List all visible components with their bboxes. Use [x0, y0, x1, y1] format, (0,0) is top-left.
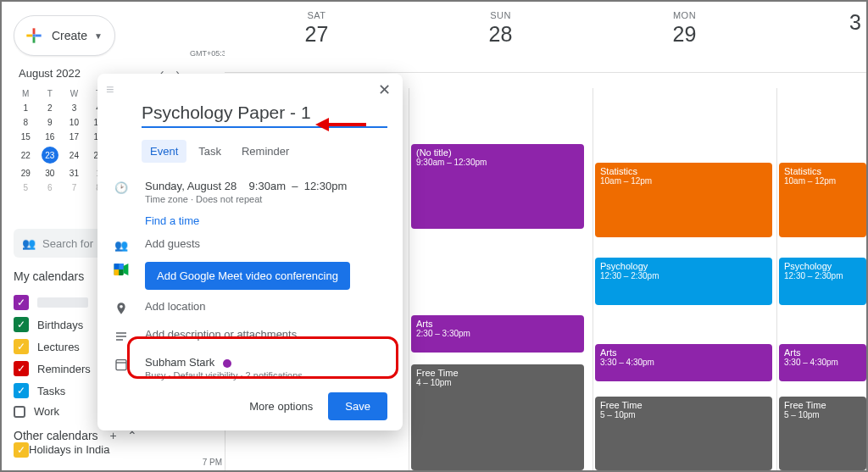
owner-color-dot	[223, 359, 231, 368]
add-meet-button[interactable]: Add Google Meet video conferencing	[145, 262, 350, 290]
timezone-label: GMT+05:30	[190, 49, 222, 58]
event-datetime-sub: Time zone · Does not repeat	[145, 194, 387, 204]
tab-task[interactable]: Task	[190, 140, 230, 163]
mini-cal-day[interactable]: 31	[62, 166, 86, 180]
add-description-field[interactable]: Add description or attachments	[145, 328, 387, 341]
event-arts-sun[interactable]: Arts2:30 – 3:30pm	[411, 315, 584, 353]
chevron-down-icon: ▼	[94, 31, 103, 41]
clock-icon: 🕑	[113, 181, 130, 194]
svg-rect-2	[114, 264, 120, 269]
day-header-mon: MON 29	[593, 2, 776, 73]
mini-cal-month: August 2022	[19, 67, 81, 80]
event-psychology-mon[interactable]: Psychology12:30 – 2:30pm	[595, 258, 772, 305]
event-free-mon[interactable]: Free Time5 – 10pm	[595, 397, 772, 470]
plus-icon	[23, 25, 45, 47]
mini-cal-day[interactable]: 6	[38, 180, 63, 195]
event-owner[interactable]: Subham Stark	[145, 356, 214, 369]
time-label-7pm: 7 PM	[193, 458, 222, 467]
svg-rect-5	[116, 360, 126, 370]
add-guests-field[interactable]: Add guests	[145, 237, 387, 250]
svg-rect-0	[33, 35, 36, 37]
mini-cal-day[interactable]: 9	[38, 115, 63, 130]
create-button[interactable]: Create ▼	[14, 15, 115, 56]
mini-cal-day[interactable]: 24	[62, 144, 86, 166]
event-free-next[interactable]: Free Time5 – 10pm	[779, 397, 866, 470]
calendar-toggle-row[interactable]: ✓Holidays in India	[14, 442, 183, 458]
mini-cal-day[interactable]: 2	[38, 101, 63, 115]
tab-reminder[interactable]: Reminder	[233, 140, 298, 163]
drag-handle-icon[interactable]: ≡	[106, 82, 115, 97]
mini-cal-day[interactable]: 22	[14, 144, 38, 166]
svg-marker-8	[315, 118, 329, 131]
search-placeholder: Search for	[42, 237, 93, 250]
mini-cal-day[interactable]: 5	[14, 180, 38, 195]
mini-cal-day[interactable]: 1	[14, 101, 38, 115]
checkbox-icon[interactable]: ✓	[14, 361, 29, 376]
find-time-link[interactable]: Find a time	[145, 214, 387, 227]
description-icon	[113, 330, 130, 346]
calendar-label: Tasks	[37, 385, 65, 397]
tab-event[interactable]: Event	[142, 140, 186, 163]
svg-rect-4	[114, 269, 120, 275]
my-calendars-heading: My calendars	[14, 269, 84, 283]
event-owner-sub: Busy · Default visibility · 2 notificati…	[145, 370, 387, 380]
event-arts-next[interactable]: Arts3:30 – 4:30pm	[779, 344, 866, 381]
svg-rect-3	[119, 264, 124, 269]
add-calendar-icon[interactable]: +	[110, 429, 117, 442]
checkbox-icon[interactable]: ✓	[14, 339, 29, 354]
create-label: Create	[52, 29, 87, 42]
calendar-label: Birthdays	[37, 319, 83, 331]
calendar-label: Reminders	[37, 363, 91, 375]
calendar-label: Lectures	[37, 341, 80, 353]
other-calendars-section: Other calendars +⌃ ✓Holidays in India	[14, 429, 183, 458]
day-header-sun: SUN 28	[409, 2, 593, 73]
checkbox-icon[interactable]: ✓	[14, 295, 29, 310]
mini-cal-day[interactable]: 15	[14, 130, 38, 144]
checkbox-icon[interactable]	[14, 406, 25, 418]
event-arts-mon[interactable]: Arts3:30 – 4:30pm	[595, 344, 772, 381]
mini-cal-day[interactable]: 23	[38, 144, 63, 166]
mini-cal-day[interactable]: 17	[62, 130, 86, 144]
more-options-button[interactable]: More options	[241, 393, 321, 419]
chevron-up-icon[interactable]: ⌃	[127, 429, 137, 442]
people-icon: 👥	[113, 239, 130, 252]
event-notitle[interactable]: (No title)9:30am – 12:30pm	[411, 144, 584, 229]
mini-cal-day[interactable]: 30	[38, 166, 63, 180]
mini-cal-day[interactable]: 29	[14, 166, 38, 180]
calendar-icon	[113, 358, 130, 374]
checkbox-icon[interactable]: ✓	[14, 383, 29, 398]
event-statistics-mon[interactable]: Statistics10am – 12pm	[595, 163, 772, 237]
calendar-label: Work	[34, 405, 59, 418]
mini-cal-day[interactable]: 3	[62, 101, 86, 115]
close-icon[interactable]: ✕	[375, 81, 394, 99]
add-location-field[interactable]: Add location	[145, 300, 387, 313]
calendar-label: Holidays in India	[29, 443, 109, 456]
location-icon	[113, 302, 130, 318]
mini-cal-day[interactable]: 16	[38, 130, 63, 144]
event-datetime[interactable]: Sunday, August 28 9:30am – 12:30pm	[145, 180, 387, 192]
checkbox-icon[interactable]: ✓	[14, 442, 29, 458]
meet-icon	[113, 264, 130, 278]
event-free-sun[interactable]: Free Time4 – 10pm	[411, 364, 584, 470]
mini-cal-day[interactable]: 10	[62, 115, 86, 130]
mini-cal-day[interactable]: 7	[62, 180, 86, 195]
checkbox-icon[interactable]: ✓	[14, 317, 29, 332]
people-icon: 👥	[22, 237, 36, 250]
day-header-sat: SAT 27	[225, 2, 409, 73]
day-header-next: 3	[776, 2, 868, 73]
other-calendars-heading: Other calendars	[14, 429, 98, 442]
save-button[interactable]: Save	[328, 392, 387, 420]
annotation-arrow	[315, 114, 366, 135]
mini-cal-day[interactable]: 8	[14, 115, 38, 130]
event-psychology-next[interactable]: Psychology12:30 – 2:30pm	[779, 258, 866, 305]
event-statistics-next[interactable]: Statistics10am – 12pm	[779, 163, 866, 237]
